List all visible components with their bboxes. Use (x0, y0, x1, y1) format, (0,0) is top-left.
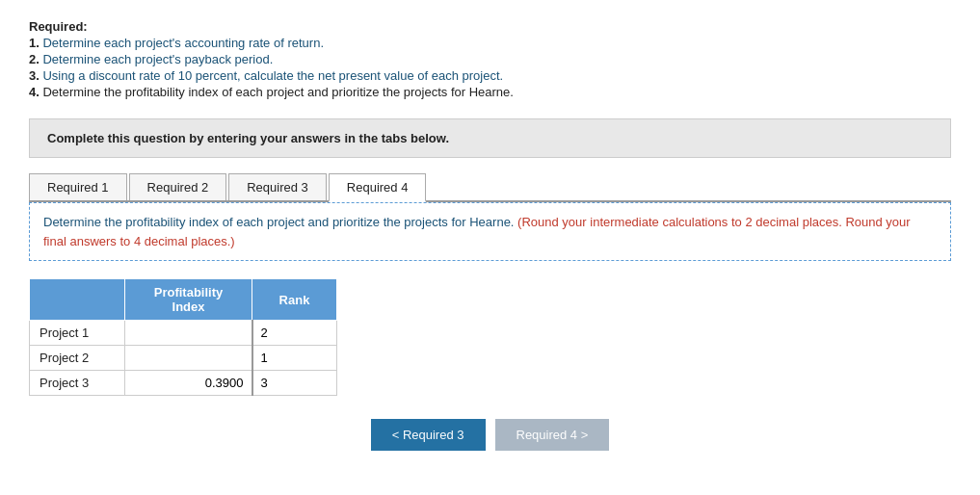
table-section: Profitability Index Rank Project 1Projec… (29, 278, 951, 396)
profitability-input-1[interactable] (125, 321, 252, 346)
tabs-container: Required 1 Required 2 Required 3 Require… (29, 173, 951, 202)
req-item-1-text: Determine each project's accounting rate… (42, 36, 324, 50)
tab-required-4-label: Required 4 (347, 180, 409, 195)
req-item-4-text: Determine the profitability index of eac… (42, 85, 513, 99)
profitability-input-2[interactable] (125, 346, 252, 371)
profitability-field-2[interactable] (125, 346, 252, 370)
req-item-1: 1. Determine each project's accounting r… (29, 36, 951, 50)
profitability-field-3[interactable] (125, 371, 252, 395)
tab-required-3-label: Required 3 (247, 180, 308, 195)
table-row: Project 2 (30, 346, 337, 371)
content-main-text: Determine the profitability index of eac… (43, 215, 514, 229)
table-row: Project 1 (30, 321, 337, 346)
req-item-4: 4. Determine the profitability index of … (29, 85, 951, 99)
rank-field-1[interactable] (253, 321, 337, 345)
req-item-3: 3. Using a discount rate of 10 percent, … (29, 68, 951, 83)
rank-field-2[interactable] (253, 346, 337, 370)
th-profitability-line2: Index (172, 300, 205, 314)
th-profitability-line1: Profitability (154, 285, 224, 300)
rank-input-1[interactable] (252, 321, 337, 346)
tab-required-2-label: Required 2 (147, 180, 209, 195)
row-label-3: Project 3 (30, 371, 125, 396)
required-section: Required: 1. Determine each project's ac… (29, 19, 951, 99)
row-label-2: Project 2 (30, 346, 125, 371)
prev-button[interactable]: < Required 3 (371, 419, 486, 451)
tab-required-4[interactable]: Required 4 (329, 173, 427, 202)
tab-required-3[interactable]: Required 3 (228, 173, 327, 200)
row-label-1: Project 1 (30, 321, 125, 346)
table-row: Project 3 (30, 371, 337, 396)
nav-buttons: < Required 3 Required 4 > (29, 419, 951, 451)
required-list: 1. Determine each project's accounting r… (29, 36, 951, 99)
rank-input-3[interactable] (252, 371, 337, 396)
complete-box: Complete this question by entering your … (29, 118, 951, 158)
th-empty (30, 279, 125, 321)
tab-required-1[interactable]: Required 1 (29, 173, 127, 200)
th-profitability: Profitability Index (125, 279, 252, 321)
req-item-2-text: Determine each project's payback period. (42, 52, 273, 66)
content-area: Determine the profitability index of eac… (29, 202, 951, 261)
required-label: Required: (29, 19, 88, 34)
next-button[interactable]: Required 4 > (495, 419, 610, 451)
profitability-input-3[interactable] (125, 371, 252, 396)
rank-input-2[interactable] (252, 346, 337, 371)
req-item-3-text: Using a discount rate of 10 percent, cal… (42, 68, 503, 83)
tab-required-1-label: Required 1 (47, 180, 109, 195)
complete-box-text: Complete this question by entering your … (47, 131, 449, 145)
rank-field-3[interactable] (253, 371, 337, 395)
profitability-table: Profitability Index Rank Project 1Projec… (29, 278, 337, 396)
req-item-2: 2. Determine each project's payback peri… (29, 52, 951, 66)
profitability-field-1[interactable] (125, 321, 252, 345)
tab-required-2[interactable]: Required 2 (129, 173, 227, 200)
th-rank: Rank (252, 279, 337, 321)
